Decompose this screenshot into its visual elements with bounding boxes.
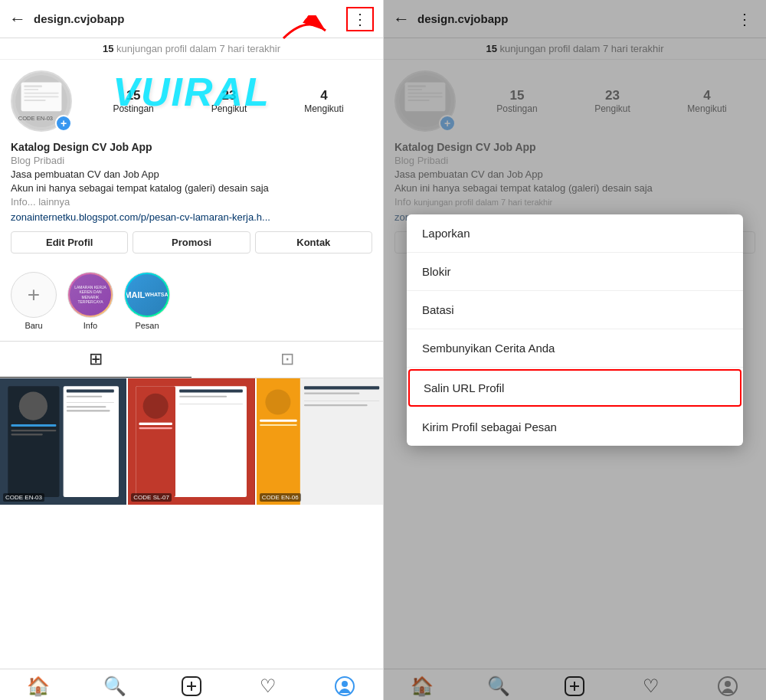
bio-line2: Akun ini hanya sebagai tempat katalog (g… [11,182,372,195]
bio-section: Katalog Design CV Job App Blog Pribadi J… [11,141,372,224]
svg-rect-15 [11,433,42,435]
left-panel: ← design.cvjobapp ⋮ VUIRAL 15 kunjungan … [0,0,383,700]
stat-followers: 23 Pengikut [211,88,247,114]
tab-tagged[interactable]: ⊡ [192,342,383,378]
post-code-1: CODE EN-03 [3,493,44,502]
contact-button[interactable]: Kontak [255,231,372,254]
svg-point-43 [342,681,348,687]
action-buttons: Edit Profil Promosi Kontak [11,231,372,254]
svg-rect-28 [179,395,227,397]
dropdown-menu: Laporkan Blokir Batasi Sembunyikan Cerit… [407,214,743,446]
right-panel: ← design.cvjobapp ⋮ 15 kunjungan profil … [383,0,766,700]
svg-text:CODE EN-03: CODE EN-03 [18,115,53,122]
grid-icon: ⊞ [89,349,103,369]
svg-rect-19 [67,406,106,407]
nav-search[interactable]: 🔍 [77,675,153,697]
story-info[interactable]: LAMARAN KERJAKEREN DAN MENARIKTERPERCAYA… [67,272,113,330]
more-options-button[interactable]: ⋮ [346,7,374,31]
nav-add[interactable] [153,675,230,697]
story-circle-new: + [11,272,57,318]
nav-likes[interactable]: ♡ [230,675,306,697]
tab-bar: ⊞ ⊡ [0,342,383,378]
story-pesan[interactable]: EMAILWHATSAPP Pesan [124,272,170,330]
story-label-info: Info [83,321,97,330]
svg-rect-3 [24,85,42,87]
svg-rect-7 [24,100,45,101]
profile-top: CODE EN-03 + 15 Postingan 23 Pengikut 4 [11,70,372,132]
svg-point-24 [143,393,169,418]
post-cell-3[interactable]: CODE EN-06 [257,378,383,505]
bio-link[interactable]: zonainternetku.blogspot.com/p/pesan-cv-l… [11,211,270,223]
menu-item-laporkan[interactable]: Laporkan [407,214,743,253]
profile-section: CODE EN-03 + 15 Postingan 23 Pengikut 4 [0,60,383,272]
bottom-nav: 🏠 🔍 ♡ [0,669,383,700]
stories-row: + Baru LAMARAN KERJAKEREN DAN MENARIKTER… [0,272,383,342]
story-circle-info: LAMARAN KERJAKEREN DAN MENARIKTERPERCAYA [67,272,113,318]
menu-item-blokir[interactable]: Blokir [407,253,743,291]
svg-rect-16 [67,389,114,392]
bio-more[interactable]: Info... lainnya [11,195,372,209]
stat-posts: 15 Postingan [113,88,153,114]
svg-rect-34 [260,424,297,425]
svg-rect-33 [260,419,297,421]
avatar[interactable]: CODE EN-03 + [11,70,72,132]
story-label-baru: Baru [25,321,42,330]
post-code-2: CODE SL-07 [131,493,172,502]
story-pesan-inner: EMAILWHATSAPP [126,274,168,316]
bio-line1: Jasa pembuatan CV dan Job App [11,168,372,182]
profile-title: design.cvjobapp [34,12,346,25]
svg-rect-5 [24,93,58,94]
tab-grid[interactable]: ⊞ [0,342,192,378]
menu-item-salin-url[interactable]: Salin URL Profil [408,369,741,407]
post-cell-1[interactable]: CODE EN-03 [0,378,126,505]
menu-item-kirim-profil[interactable]: Kirim Profil sebagai Pesan [407,408,743,446]
svg-rect-6 [24,96,58,97]
svg-rect-17 [67,395,102,397]
left-header: ← design.cvjobapp ⋮ [0,0,383,38]
svg-point-32 [265,389,290,414]
posts-count: 15 [126,88,141,103]
svg-rect-25 [139,422,172,424]
svg-rect-14 [11,430,56,431]
svg-point-12 [19,391,47,420]
svg-rect-38 [304,404,368,406]
tag-icon: ⊡ [280,349,294,369]
story-info-inner: LAMARAN KERJAKEREN DAN MENARIKTERPERCAYA [70,274,111,316]
svg-rect-11 [64,386,119,497]
following-label: Mengikuti [304,103,343,114]
menu-item-sembunyikan[interactable]: Sembunyikan Cerita Anda [407,329,743,368]
svg-rect-36 [304,392,359,394]
stat-following: 4 Mengikuti [304,88,343,114]
post-code-3: CODE EN-06 [260,493,301,502]
post-image-2: CODE SL-07 [128,378,254,505]
promote-button[interactable]: Promosi [133,231,250,254]
nav-profile[interactable] [306,675,383,697]
svg-rect-29 [179,404,243,404]
svg-rect-27 [179,389,243,392]
dropdown-overlay[interactable]: Laporkan Blokir Batasi Sembunyikan Cerit… [384,0,766,700]
svg-rect-35 [304,386,379,389]
add-story-plus[interactable]: + [55,115,72,132]
stats-row: 15 Postingan 23 Pengikut 4 Mengikuti [84,88,372,114]
story-label-pesan: Pesan [135,321,159,330]
visit-notice: 15 kunjungan profil dalam 7 hari terakhi… [0,38,383,60]
menu-item-batasi[interactable]: Batasi [407,291,743,329]
svg-rect-26 [139,427,172,429]
story-new[interactable]: + Baru [11,272,57,330]
edit-profile-button[interactable]: Edit Profil [11,231,128,254]
story-circle-pesan: EMAILWHATSAPP [124,272,170,318]
svg-rect-20 [67,410,110,411]
post-cell-2[interactable]: CODE SL-07 [128,378,254,505]
posts-label: Postingan [113,103,153,114]
svg-rect-4 [24,89,38,90]
svg-rect-18 [67,402,114,403]
nav-home[interactable]: 🏠 [0,675,77,697]
add-story-icon: + [28,283,40,307]
svg-rect-37 [304,400,379,401]
post-image-3: CODE EN-06 [257,378,383,505]
following-count: 4 [320,88,327,103]
posts-grid: CODE EN-03 CODE SL-07 [0,378,383,669]
svg-rect-13 [11,424,56,426]
followers-label: Pengikut [211,103,247,114]
back-button[interactable]: ← [9,9,26,29]
